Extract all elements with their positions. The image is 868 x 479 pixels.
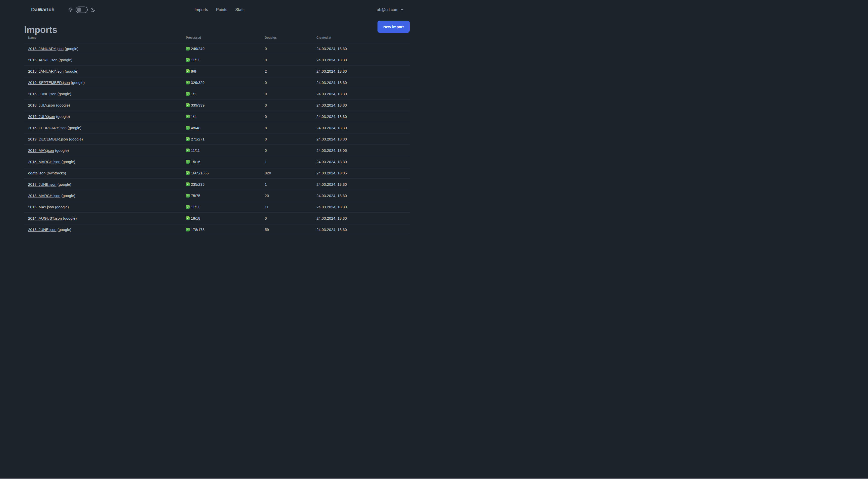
sun-icon bbox=[68, 7, 73, 12]
processed-count: 249/249 bbox=[191, 47, 205, 51]
processed-count: 1665/1665 bbox=[191, 171, 209, 175]
cell-created-at: 24.03.2024, 18:30 bbox=[312, 216, 410, 220]
import-source-label: (google) bbox=[58, 228, 71, 232]
theme-toggle[interactable] bbox=[75, 6, 88, 13]
cell-processed: 235/235 bbox=[182, 182, 261, 186]
cell-processed: 15/15 bbox=[182, 159, 261, 164]
import-file-link[interactable]: 2018_JANUARY.json bbox=[28, 47, 64, 51]
cell-processed: 329/329 bbox=[182, 81, 261, 85]
processed-count: 178/178 bbox=[191, 228, 205, 232]
import-file-link[interactable]: 2015_MAY.json bbox=[28, 205, 54, 209]
import-file-link[interactable]: 2015_MARCH.json bbox=[28, 159, 60, 164]
cell-processed: 11/11 bbox=[182, 148, 261, 153]
table-row: 2015_JUNE.json (google) 1/1 0 24.03.2024… bbox=[24, 88, 410, 99]
cell-created-at: 24.03.2024, 18:30 bbox=[312, 193, 410, 198]
cell-created-at: 24.03.2024, 18:30 bbox=[312, 205, 410, 209]
import-source-label: (google) bbox=[58, 182, 71, 186]
cell-doubles: 0 bbox=[261, 148, 312, 153]
cell-doubles: 11 bbox=[261, 205, 312, 209]
check-emoji-icon bbox=[186, 171, 190, 175]
import-file-link[interactable]: odata.json bbox=[28, 171, 45, 175]
import-source-label: (google) bbox=[55, 148, 69, 153]
check-emoji-icon bbox=[186, 137, 190, 141]
cell-created-at: 24.03.2024, 18:30 bbox=[312, 103, 410, 107]
table-row-partial bbox=[24, 235, 410, 239]
import-file-link[interactable]: 2019_SEPTEMBER.json bbox=[28, 81, 70, 85]
processed-count: 48/48 bbox=[191, 126, 200, 130]
import-source-label: (google) bbox=[71, 81, 85, 85]
check-emoji-icon bbox=[186, 160, 190, 163]
table-row: 2013_MARCH.json (google) 75/75 20 24.03.… bbox=[24, 190, 410, 201]
cell-name: 2015_FEBRUARY.json (google) bbox=[24, 126, 182, 130]
processed-count: 75/75 bbox=[191, 193, 200, 198]
cell-doubles: 0 bbox=[261, 81, 312, 85]
processed-count: 271/271 bbox=[191, 137, 205, 141]
theme-toggle-knob bbox=[77, 7, 82, 12]
column-header-created-at: Created at bbox=[312, 36, 410, 39]
table-header-row: Name Processed Doubles Created at bbox=[24, 35, 410, 43]
check-emoji-icon bbox=[186, 126, 190, 130]
check-emoji-icon bbox=[186, 216, 190, 220]
processed-count: 11/11 bbox=[191, 58, 200, 62]
cell-name: 2014_AUGUST.json (google) bbox=[24, 216, 182, 220]
import-file-link[interactable]: 2013_JUNE.json bbox=[28, 228, 57, 232]
import-file-link[interactable]: 2015_APRIL.json bbox=[28, 58, 58, 62]
import-file-link[interactable]: 2018_JULY.json bbox=[28, 103, 55, 107]
cell-created-at: 24.03.2024, 18:30 bbox=[312, 114, 410, 119]
import-file-link[interactable]: 2018_JUNE.json bbox=[28, 182, 57, 186]
import-source-label: (google) bbox=[58, 92, 71, 96]
import-file-link[interactable]: 2013_MARCH.json bbox=[28, 193, 60, 198]
new-import-button[interactable]: New import bbox=[377, 21, 410, 33]
cell-doubles: 0 bbox=[261, 47, 312, 51]
import-source-label: (google) bbox=[62, 193, 75, 198]
cell-created-at: 24.03.2024, 18:30 bbox=[312, 81, 410, 85]
import-file-link[interactable]: 2019_DECEMBER.json bbox=[28, 137, 68, 141]
check-emoji-icon bbox=[186, 194, 190, 198]
import-file-link[interactable]: 2015_JULY.json bbox=[28, 114, 55, 119]
import-source-label: (owntracks) bbox=[46, 171, 66, 175]
nav-link-points[interactable]: Points bbox=[216, 7, 227, 12]
table-row: 2018_JANUARY.json (google) 249/249 0 24.… bbox=[24, 43, 410, 54]
cell-doubles: 2 bbox=[261, 69, 312, 73]
cell-processed: 178/178 bbox=[182, 228, 261, 232]
table-row: 2018_JUNE.json (google) 235/235 1 24.03.… bbox=[24, 179, 410, 190]
import-file-link[interactable]: 2015_FEBRUARY.json bbox=[28, 126, 67, 130]
cell-doubles: 0 bbox=[261, 216, 312, 220]
import-source-label: (google) bbox=[55, 205, 69, 209]
cell-doubles: 0 bbox=[261, 114, 312, 119]
cell-doubles: 20 bbox=[261, 193, 312, 198]
cell-processed: 75/75 bbox=[182, 193, 261, 198]
moon-icon bbox=[90, 7, 95, 12]
column-header-name: Name bbox=[24, 36, 182, 39]
cell-processed: 249/249 bbox=[182, 47, 261, 51]
nav-link-stats[interactable]: Stats bbox=[235, 7, 244, 12]
check-emoji-icon bbox=[186, 182, 190, 186]
import-source-label: (google) bbox=[63, 216, 76, 220]
import-source-label: (google) bbox=[65, 69, 79, 73]
table-row: 2015_MARCH.json (google) 15/15 1 24.03.2… bbox=[24, 156, 410, 168]
cell-processed: 8/8 bbox=[182, 69, 261, 73]
app-logo[interactable]: DaWarIch bbox=[31, 7, 55, 12]
processed-count: 18/18 bbox=[191, 216, 200, 220]
cell-created-at: 24.03.2024, 18:30 bbox=[312, 228, 410, 232]
import-source-label: (google) bbox=[69, 137, 83, 141]
cell-doubles: 59 bbox=[261, 228, 312, 232]
table-row: 2015_APRIL.json (google) 11/11 0 24.03.2… bbox=[24, 54, 410, 66]
cell-processed: 11/11 bbox=[182, 58, 261, 62]
import-file-link[interactable]: 2015_MAY.json bbox=[28, 148, 54, 153]
user-menu[interactable]: ab@cd.com bbox=[377, 7, 404, 12]
cell-name: 2018_JULY.json (google) bbox=[24, 103, 182, 107]
cell-doubles: 1 bbox=[261, 159, 312, 164]
navbar: DaWarIch Imports Points Stats ab@cd.com bbox=[0, 0, 434, 19]
cell-processed: 1/1 bbox=[182, 92, 261, 96]
import-file-link[interactable]: 2015_JUNE.json bbox=[28, 92, 57, 96]
check-emoji-icon bbox=[186, 47, 190, 51]
import-file-link[interactable]: 2015_JANUARY.json bbox=[28, 69, 64, 73]
check-emoji-icon bbox=[186, 69, 190, 73]
nav-link-imports[interactable]: Imports bbox=[195, 7, 208, 12]
page-title: Imports bbox=[24, 25, 57, 35]
import-file-link[interactable]: 2014_AUGUST.json bbox=[28, 216, 62, 220]
import-source-label: (google) bbox=[56, 103, 70, 107]
cell-doubles: 1 bbox=[261, 182, 312, 186]
cell-name: 2015_MAY.json (google) bbox=[24, 205, 182, 209]
